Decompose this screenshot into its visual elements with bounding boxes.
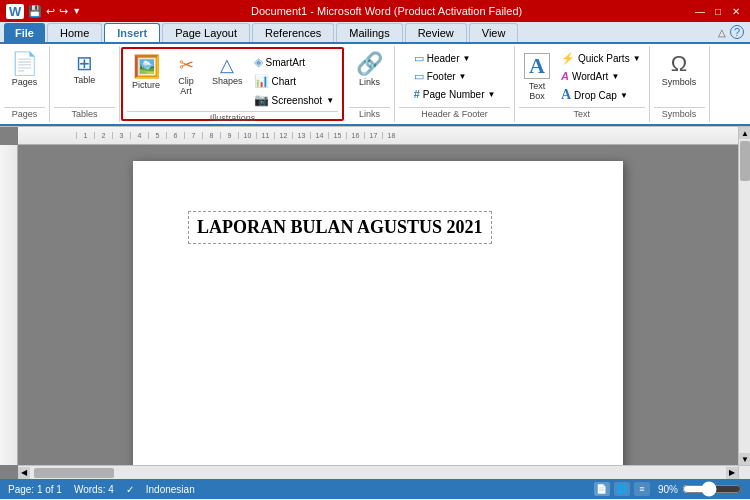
title-bar-title: Document1 - Microsoft Word (Product Acti…	[251, 5, 522, 17]
quick-redo[interactable]: ↪	[59, 5, 68, 18]
help-icon[interactable]: ?	[730, 25, 744, 39]
shapes-button[interactable]: △ Shapes	[207, 53, 248, 89]
smartart-button[interactable]: ◈ SmartArt	[250, 53, 339, 71]
quickparts-label: Quick Parts	[578, 53, 630, 64]
textbox-button[interactable]: A TextBox	[519, 50, 555, 104]
ribbon-content: 📄 Pages Pages ⊞ Table Tables 🖼️	[0, 44, 750, 126]
scroll-corner	[738, 465, 750, 479]
screenshot-arrow: ▼	[326, 96, 334, 105]
pages-group-label: Pages	[4, 107, 45, 120]
document-area: 1 2 3 4 5 6 7 8 9 10 11 12 13 14 15 16 1…	[0, 127, 750, 479]
chart-label: Chart	[272, 76, 296, 87]
footer-button[interactable]: ▭ Footer ▼	[410, 68, 500, 85]
hf-col: ▭ Header ▼ ▭ Footer ▼ # Page Number ▼	[410, 50, 500, 102]
wordart-arrow: ▼	[611, 72, 619, 81]
tab-review[interactable]: Review	[405, 23, 467, 42]
screenshot-icon: 📷	[254, 93, 269, 107]
tab-view[interactable]: View	[469, 23, 519, 42]
tab-insert[interactable]: Insert	[104, 23, 160, 42]
quickparts-button[interactable]: ⚡ Quick Parts ▼	[557, 50, 645, 67]
header-button[interactable]: ▭ Header ▼	[410, 50, 500, 67]
ruler-mark: 1	[76, 132, 94, 139]
table-label: Table	[74, 75, 96, 85]
hf-group-label: Header & Footer	[399, 107, 510, 120]
dropcap-button[interactable]: A Drop Cap ▼	[557, 85, 645, 105]
text-col: ⚡ Quick Parts ▼ A WordArt ▼ A Drop Cap ▼	[557, 50, 645, 105]
screenshot-label: Screenshot	[272, 95, 323, 106]
ruler-mark: 5	[148, 132, 166, 139]
ruler-mark: 3	[112, 132, 130, 139]
scroll-thumb-horizontal[interactable]	[34, 468, 114, 478]
scroll-left-button[interactable]: ◀	[18, 467, 30, 479]
links-group-label: Links	[349, 107, 390, 120]
ruler-mark: 13	[292, 132, 310, 139]
tab-home[interactable]: Home	[47, 23, 102, 42]
dropcap-arrow: ▼	[620, 91, 628, 100]
word-icon: W	[6, 4, 24, 19]
wordart-icon: A	[561, 70, 569, 82]
zoom-slider[interactable]	[682, 483, 742, 495]
dropcap-icon: A	[561, 87, 571, 103]
pages-icon: 📄	[11, 53, 38, 75]
title-bar: W 💾 ↩ ↪ ▼ Document1 - Microsoft Word (Pr…	[0, 0, 750, 22]
ruler-mark: 11	[256, 132, 274, 139]
group-header-footer: ▭ Header ▼ ▭ Footer ▼ # Page Number ▼	[395, 46, 515, 122]
quick-arrow[interactable]: ▼	[72, 6, 81, 16]
ribbon-minimize-icon[interactable]: △	[718, 27, 726, 38]
footer-label: Footer	[427, 71, 456, 82]
ruler-mark: 17	[364, 132, 382, 139]
scroll-thumb-vertical[interactable]	[740, 141, 750, 181]
tab-mailings[interactable]: Mailings	[336, 23, 402, 42]
hf-group-inner: ▭ Header ▼ ▭ Footer ▼ # Page Number ▼	[410, 48, 500, 107]
scrollbar-vertical[interactable]: ▲ ▼	[738, 127, 750, 465]
symbols-button[interactable]: Ω Symbols	[657, 50, 702, 90]
shapes-icon: △	[220, 56, 234, 74]
view-print-button[interactable]: 📄	[594, 482, 610, 496]
wordart-label: WordArt	[572, 71, 609, 82]
quick-save[interactable]: 💾	[28, 5, 42, 18]
status-page: Page: 1 of 1	[8, 484, 62, 495]
illustrations-group-inner: 🖼️ Picture ✂ ClipArt △ Shapes ◈ SmartArt	[127, 51, 338, 111]
scroll-down-button[interactable]: ▼	[739, 453, 750, 465]
group-symbols: Ω Symbols Symbols	[650, 46, 710, 122]
status-language: Indonesian	[146, 484, 195, 495]
tab-page-layout[interactable]: Page Layout	[162, 23, 250, 42]
quick-undo[interactable]: ↩	[46, 5, 55, 18]
view-outline-button[interactable]: ≡	[634, 482, 650, 496]
links-icon: 🔗	[356, 53, 383, 75]
table-icon: ⊞	[76, 53, 93, 73]
symbols-group-label: Symbols	[654, 107, 705, 120]
chart-icon: 📊	[254, 74, 269, 88]
chart-button[interactable]: 📊 Chart	[250, 72, 339, 90]
symbols-group-inner: Ω Symbols	[657, 48, 702, 107]
picture-button[interactable]: 🖼️ Picture	[127, 53, 165, 93]
pages-button[interactable]: 📄 Pages	[6, 50, 44, 90]
table-button[interactable]: ⊞ Table	[66, 50, 104, 88]
smartart-label: SmartArt	[266, 57, 305, 68]
ruler-mark: 7	[184, 132, 202, 139]
screenshot-button[interactable]: 📷 Screenshot ▼	[250, 91, 339, 109]
tab-references[interactable]: References	[252, 23, 334, 42]
links-label: Links	[359, 77, 380, 87]
scrollbar-horizontal[interactable]: ◀ ▶	[18, 465, 738, 479]
header-icon: ▭	[414, 52, 424, 65]
pagenum-button[interactable]: # Page Number ▼	[410, 86, 500, 102]
ruler-mark: 15	[328, 132, 346, 139]
group-illustrations: 🖼️ Picture ✂ ClipArt △ Shapes ◈ SmartArt	[121, 47, 344, 121]
links-group-inner: 🔗 Links	[351, 48, 389, 107]
shapes-label: Shapes	[212, 76, 243, 86]
links-button[interactable]: 🔗 Links	[351, 50, 389, 90]
clipart-button[interactable]: ✂ ClipArt	[167, 53, 205, 99]
symbols-icon: Ω	[671, 53, 687, 75]
minimize-button[interactable]: —	[692, 3, 708, 19]
maximize-button[interactable]: □	[710, 3, 726, 19]
close-button[interactable]: ✕	[728, 3, 744, 19]
view-web-button[interactable]: 🌐	[614, 482, 630, 496]
scroll-up-button[interactable]: ▲	[739, 127, 750, 139]
tab-file[interactable]: File	[4, 23, 45, 42]
wordart-button[interactable]: A WordArt ▼	[557, 68, 645, 84]
pagenum-icon: #	[414, 88, 420, 100]
scroll-right-button[interactable]: ▶	[726, 467, 738, 479]
status-right: 📄 🌐 ≡ 90%	[594, 482, 742, 496]
ruler-mark: 18	[382, 132, 400, 139]
